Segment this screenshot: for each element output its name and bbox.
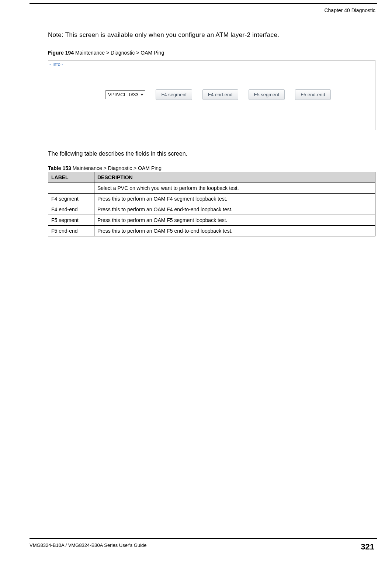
header-description: DESCRIPTION <box>94 172 375 183</box>
figure-frame: - Info - VPI/VCI : 0/33 F4 segment F4 en… <box>48 60 375 130</box>
table-row: F4 segment Press this to perform an OAM … <box>48 194 375 204</box>
vpi-vci-value: VPI/VCI : 0/33 <box>108 92 138 97</box>
row-description: Press this to perform an OAM F5 segment … <box>94 215 375 226</box>
figure-caption: Figure 194 Maintenance > Diagnostic > OA… <box>48 50 375 56</box>
table-row: F5 end-end Press this to perform an OAM … <box>48 226 375 236</box>
figure-controls: VPI/VCI : 0/33 F4 segment F4 end-end F5 … <box>105 89 371 100</box>
row-description: Press this to perform an OAM F4 segment … <box>94 194 375 204</box>
header-label: LABEL <box>48 172 94 183</box>
note-text: Note: This screen is available only when… <box>48 31 375 39</box>
f4-end-end-button[interactable]: F4 end-end <box>202 89 238 100</box>
table-title: Maintenance > Diagnostic > OAM Ping <box>71 165 162 171</box>
table-caption: Table 153 Maintenance > Diagnostic > OAM… <box>48 165 375 171</box>
row-label: F4 segment <box>48 194 94 204</box>
table-number: Table 153 <box>48 165 71 171</box>
f5-segment-button[interactable]: F5 segment <box>249 89 285 100</box>
description-table: LABEL DESCRIPTION Select a PVC on which … <box>48 172 375 236</box>
figure-number: Figure 194 <box>48 50 74 56</box>
row-description: Press this to perform an OAM F4 end-to-e… <box>94 204 375 215</box>
row-label: F5 end-end <box>48 226 94 236</box>
table-header-row: LABEL DESCRIPTION <box>48 172 375 183</box>
top-divider <box>30 3 377 4</box>
row-description: Press this to perform an OAM F5 end-to-e… <box>94 226 375 236</box>
table-row: F4 end-end Press this to perform an OAM … <box>48 204 375 215</box>
page-content: Note: This screen is available only when… <box>48 31 375 236</box>
row-label <box>48 183 94 194</box>
f4-segment-button[interactable]: F4 segment <box>156 89 192 100</box>
row-description: Select a PVC on which you want to perfor… <box>94 183 375 194</box>
info-label: - Info - <box>49 62 63 67</box>
table-row: Select a PVC on which you want to perfor… <box>48 183 375 194</box>
table-row: F5 segment Press this to perform an OAM … <box>48 215 375 226</box>
page-number: 321 <box>361 542 374 552</box>
table-intro-text: The following table describes the fields… <box>48 150 375 157</box>
footer-divider <box>30 538 377 539</box>
figure-title: Maintenance > Diagnostic > OAM Ping <box>74 50 164 56</box>
chapter-header: Chapter 40 Diagnostic <box>324 7 375 13</box>
row-label: F5 segment <box>48 215 94 226</box>
row-label: F4 end-end <box>48 204 94 215</box>
f5-end-end-button[interactable]: F5 end-end <box>295 89 331 100</box>
footer-guide-name: VMG8324-B10A / VMG8324-B30A Series User'… <box>30 542 147 548</box>
vpi-vci-select[interactable]: VPI/VCI : 0/33 <box>105 90 145 99</box>
